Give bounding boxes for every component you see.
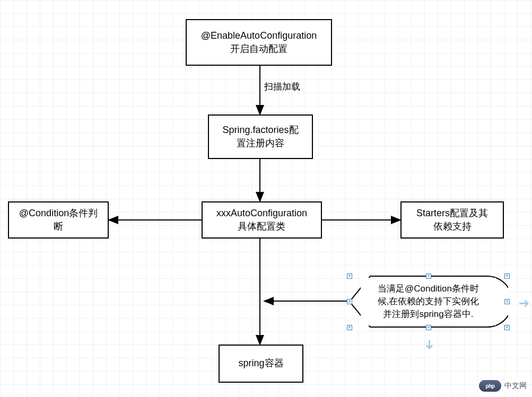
callout-text: 并注册到spring容器中. — [378, 308, 479, 321]
node-spring-factories[interactable]: Spring.factories配 置注册内容 — [208, 114, 313, 159]
node-text: 置注册内容 — [222, 137, 298, 150]
watermark: php 中文网 — [479, 380, 527, 392]
callout-text: 当满足@Condition条件时 — [378, 283, 479, 295]
node-text: @EnableAutoConfiguration — [201, 29, 317, 42]
selection-handle[interactable] — [426, 325, 431, 330]
node-text: Starters配置及其 — [416, 207, 488, 220]
watermark-text: 中文网 — [504, 381, 527, 391]
direction-arrow-right-icon[interactable]: ➔ — [519, 296, 529, 311]
node-text: 开启自动配置 — [201, 42, 317, 56]
node-text: 断 — [19, 220, 98, 233]
node-starters[interactable]: Starters配置及其 依赖支持 — [400, 201, 504, 239]
selection-handle[interactable] — [426, 274, 431, 279]
watermark-logo: php — [479, 380, 501, 392]
selection-handle[interactable] — [347, 325, 352, 330]
node-text: 具体配置类 — [216, 220, 307, 233]
selection-handle[interactable] — [504, 274, 510, 279]
node-text: xxxAutoConfiguration — [216, 207, 307, 220]
node-text: Spring.factories配 — [222, 123, 298, 137]
selection-handle[interactable] — [347, 299, 352, 304]
selection-handle[interactable] — [504, 299, 510, 304]
callout-text-container: 当满足@Condition条件时 候,在依赖的支持下实例化 并注册到spring… — [361, 278, 496, 325]
direction-arrow-down-icon[interactable]: ➔ — [422, 339, 437, 350]
callout-text: 候,在依赖的支持下实例化 — [378, 295, 479, 308]
node-enable-auto-configuration[interactable]: @EnableAutoConfiguration 开启自动配置 — [186, 19, 332, 66]
selection-handle[interactable] — [347, 274, 352, 279]
selection-handle[interactable] — [504, 325, 510, 330]
node-spring-container[interactable]: spring容器 — [219, 345, 303, 383]
node-xxx-auto-configuration[interactable]: xxxAutoConfiguration 具体配置类 — [202, 201, 322, 239]
node-text: spring容器 — [238, 357, 283, 370]
node-text: 依赖支持 — [416, 220, 488, 233]
node-condition[interactable]: @Condition条件判 断 — [8, 201, 109, 239]
node-text: @Condition条件判 — [19, 207, 98, 220]
edge-label-scan-load: 扫描加载 — [264, 81, 300, 93]
